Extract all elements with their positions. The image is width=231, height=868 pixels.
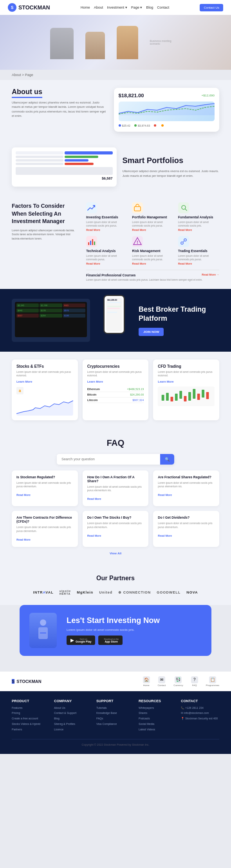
- factor-read-more-5[interactable]: Read More: [132, 262, 173, 265]
- faq-q4-read-more[interactable]: Read More: [16, 538, 31, 541]
- about-stats-card: $18,821.00 +$12,690 $25.42 $3,874.63: [114, 88, 220, 132]
- cta-person-illustration: [29, 613, 57, 648]
- cta-banner: Les't Start Investing Now Lorem ipsum do…: [20, 605, 211, 656]
- google-play-button[interactable]: ▶ Get it on Google Play: [67, 636, 95, 645]
- faq-card-4: Are There Contracts For Difference (CFDs…: [12, 511, 78, 547]
- factor-risk-management: Risk Management Lorem ipsum dolor sit am…: [132, 236, 173, 265]
- footer-email[interactable]: ✉ info@stockman.com: [181, 711, 219, 715]
- hero-section: Business meeting scenario: [0, 15, 231, 70]
- app-store-button[interactable]: Download on the App Store: [98, 636, 123, 645]
- factor-investing-essentials: Investing Essentials Lorem ipsum dolor s…: [86, 202, 127, 231]
- about-section: About us Ullamcorper adipisci donec phar…: [0, 80, 231, 140]
- footer-nav-faq[interactable]: ? FAQ: [191, 676, 198, 686]
- faq-q5-title: Do I Own The Stocks I Buy?: [87, 516, 144, 519]
- footer-nav-currency[interactable]: 💱 Currency: [173, 676, 183, 686]
- footer-link[interactable]: Whitepapers: [139, 706, 177, 710]
- stocks-learn-more[interactable]: Learn More: [16, 380, 73, 383]
- brand-logo[interactable]: S STOCKMAN: [8, 3, 50, 12]
- smart-portfolios-section: $6,587 Smart Portfolios Ullamcorper adip…: [0, 140, 231, 194]
- footer-col-resources: RESOURCES Whitepapers Shares Podcasts So…: [139, 699, 177, 733]
- footer-link[interactable]: Licence: [54, 728, 92, 732]
- factor-item-title: Risk Management: [132, 249, 173, 253]
- chart-up-icon: [86, 202, 97, 213]
- contact-us-button[interactable]: Contact Us: [200, 4, 223, 11]
- partners-logos: INTRAVAL ulpolieHERTA MgKlein United ⊕ C…: [12, 590, 219, 595]
- faq-q2-title: How Do I Own A Fraction Of A Share?: [87, 475, 144, 483]
- stocks-etfs-card: Stocks & ETFs Lorem ipsum dolor sit amet…: [12, 360, 78, 420]
- faq-view-all[interactable]: View All: [12, 552, 219, 555]
- faq-search-button[interactable]: 🔍: [160, 454, 174, 465]
- faq-q2-read-more[interactable]: Read More: [87, 498, 101, 500]
- app-store-label: Download on the App Store: [104, 638, 119, 643]
- svg-point-13: [137, 243, 138, 244]
- faq-q6-read-more[interactable]: Read More: [158, 534, 172, 537]
- factor-read-more-6[interactable]: Read More: [178, 262, 219, 265]
- footer-link[interactable]: Knowledge Base: [96, 711, 135, 715]
- nav-contact[interactable]: Contact: [157, 5, 169, 9]
- footer-link[interactable]: Latest Videos: [139, 728, 177, 732]
- about-chart: [119, 102, 215, 121]
- svg-rect-0: [86, 202, 97, 213]
- mockup-number: $6,587: [16, 176, 113, 180]
- factor-read-more-4[interactable]: Read More: [86, 262, 127, 265]
- nav-blog[interactable]: Blog: [146, 5, 153, 9]
- factor-read-more-1[interactable]: Read More: [86, 229, 127, 231]
- factor-read-more-2[interactable]: Read More: [132, 229, 173, 231]
- cta-text: Les't Start Investing Now Lorem ipsum do…: [67, 616, 202, 645]
- about-description: Ullamcorper adipisci donec pharetra vive…: [12, 100, 108, 118]
- footer-link[interactable]: Tutorials: [96, 706, 135, 710]
- footer-link[interactable]: Features: [12, 706, 50, 710]
- footer-link[interactable]: FAQs: [96, 717, 135, 721]
- faq-q1-read-more[interactable]: Read More: [16, 494, 31, 496]
- nav-about[interactable]: About: [94, 5, 103, 9]
- faq-search-input[interactable]: [57, 454, 160, 465]
- amazon-logo: a: [16, 387, 23, 394]
- footer-nav-programmes[interactable]: 📋 Programmes: [206, 676, 219, 686]
- nav-investment[interactable]: Investment: [107, 5, 127, 9]
- factor-item-desc: Lorem ipsum dolor sit amet commodo socii…: [178, 220, 219, 227]
- join-now-button[interactable]: JOIN NOW: [139, 328, 164, 336]
- broker-screen: $3,345 $2,768 RED $640 $178 $576 $337 $2…: [15, 302, 87, 337]
- svg-rect-23: [184, 396, 187, 401]
- faq-q2-desc: Lorem ipsum dolor sit amet commodo socii…: [87, 485, 144, 493]
- svg-rect-31: [40, 632, 46, 634]
- footer-logo-icon: S: [12, 679, 14, 684]
- footer-columns: PRODUCT Features Pricing Create a free a…: [12, 699, 219, 733]
- footer-nav-contact[interactable]: ✉ Contact: [158, 676, 166, 686]
- stocks-chart: [16, 396, 73, 416]
- footer-link[interactable]: Pricing: [12, 711, 50, 715]
- footer-link[interactable]: Sitereg & Profiles: [54, 722, 92, 726]
- broker-laptop: $3,345 $2,768 RED $640 $178 $576 $337 $2…: [12, 299, 90, 342]
- partner-ulpolie: ulpolieHERTA: [60, 590, 71, 595]
- footer-link[interactable]: Social Media: [139, 722, 177, 726]
- crypto-row-ltc: Litecoin $887,324: [87, 398, 144, 403]
- footer-link[interactable]: Stocks Videos & Hybrid: [12, 722, 50, 726]
- footer-link[interactable]: About Us: [54, 706, 92, 710]
- factor-read-more-3[interactable]: Read More: [178, 229, 219, 231]
- cfd-learn-more[interactable]: Learn More: [158, 380, 215, 383]
- faq-q1-desc: Lorem ipsum dolor sit amet commodo socii…: [16, 481, 73, 489]
- crypto-learn-more[interactable]: Learn More: [87, 380, 144, 383]
- footer-link[interactable]: Visa Compliance: [96, 722, 135, 726]
- nav-home[interactable]: Home: [81, 5, 90, 9]
- svg-rect-28: [206, 392, 209, 399]
- factor-item-desc: Lorem ipsum dolor sit amet commodo pris …: [178, 254, 219, 261]
- footer-link[interactable]: Contact & Support: [54, 711, 92, 715]
- briefcase-icon: [132, 202, 143, 213]
- factor-item-desc: Lorem ipsum dolor sit amet commodo socii…: [86, 220, 127, 227]
- footer-nav-home[interactable]: 🏠 Home: [143, 676, 150, 686]
- nav-page[interactable]: Page: [131, 5, 143, 9]
- svg-rect-7: [88, 242, 89, 245]
- footer-phone[interactable]: 📞 +126 2811 234: [181, 706, 219, 710]
- footer-link[interactable]: Podcasts: [139, 717, 177, 721]
- footer-link[interactable]: Partners: [12, 728, 50, 732]
- contact-icon: ✉: [158, 676, 165, 683]
- factor-course-read-more[interactable]: Read More →: [202, 273, 219, 276]
- faq-q5-read-more[interactable]: Read More: [87, 534, 101, 537]
- faq-q3-read-more[interactable]: Read More: [158, 494, 172, 496]
- footer-link[interactable]: Shares: [139, 711, 177, 715]
- footer-link[interactable]: Blog: [54, 717, 92, 721]
- factor-item-title: Technical Analysis: [86, 249, 127, 253]
- about-card-amount: $18,821.00: [119, 93, 144, 98]
- footer-link[interactable]: Create a free account: [12, 717, 50, 721]
